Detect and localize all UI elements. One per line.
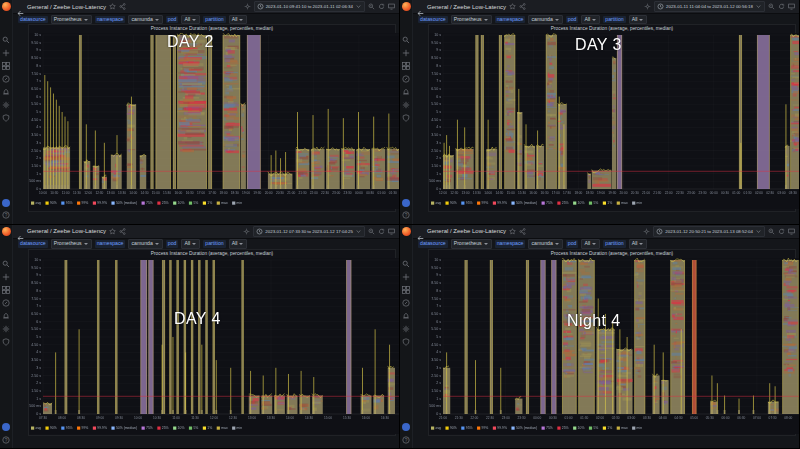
alerting-bell-icon[interactable] [402, 312, 410, 320]
filter-value-pod[interactable]: All [181, 15, 200, 24]
filter-value-pod[interactable]: All [181, 239, 200, 248]
user-avatar[interactable] [2, 199, 10, 207]
user-avatar[interactable] [402, 423, 410, 431]
share-icon[interactable] [119, 228, 126, 235]
create-plus-icon[interactable] [2, 273, 10, 281]
panel-settings-gear-icon[interactable] [644, 3, 651, 10]
dashboards-icon[interactable] [2, 62, 10, 70]
server-admin-shield-icon[interactable] [402, 114, 410, 122]
explore-compass-icon[interactable] [2, 75, 10, 83]
zoom-out-icon[interactable] [768, 228, 775, 235]
explore-compass-icon[interactable] [2, 299, 10, 307]
panel-title[interactable]: Process Instance Duration (average, perc… [29, 25, 395, 33]
filter-value-namespace[interactable]: camunda [528, 239, 562, 248]
help-icon[interactable]: ? [2, 436, 10, 444]
filter-value-partition[interactable]: All [629, 15, 648, 24]
filter-value-datasource[interactable]: Prometheus [51, 239, 92, 248]
refresh-icon[interactable] [778, 3, 785, 10]
favorite-star-icon[interactable] [509, 3, 516, 10]
time-range-picker[interactable]: 2023-01-12 20:50:21 to 2023-01-13 08:52:… [653, 226, 765, 237]
alerting-bell-icon[interactable] [2, 88, 10, 96]
refresh-icon[interactable] [378, 228, 385, 235]
time-range-picker[interactable]: 2023-01-10 09:41:10 to 2023-01-11 02:06:… [254, 1, 365, 12]
server-admin-shield-icon[interactable] [2, 338, 10, 346]
grafana-logo-icon[interactable] [2, 227, 11, 236]
panel-settings-gear-icon[interactable] [243, 228, 250, 235]
filter-value-partition[interactable]: All [229, 239, 248, 248]
configuration-gear-icon[interactable] [402, 101, 410, 109]
user-avatar[interactable] [402, 199, 410, 207]
filter-value-datasource[interactable]: Prometheus [451, 15, 492, 24]
kiosk-monitor-icon[interactable] [388, 3, 395, 10]
breadcrumb[interactable]: General / Zeebe Low-Latency [27, 228, 106, 234]
help-icon[interactable]: ? [402, 436, 410, 444]
configuration-gear-icon[interactable] [402, 325, 410, 333]
explore-compass-icon[interactable] [402, 299, 410, 307]
share-icon[interactable] [119, 3, 126, 10]
duration-chart[interactable] [429, 33, 800, 209]
search-icon[interactable] [402, 36, 410, 44]
kiosk-monitor-icon[interactable] [788, 228, 795, 235]
filter-value-datasource[interactable]: Prometheus [51, 15, 92, 24]
time-range-picker[interactable]: 2023-01-11 11:04:04 to 2023-01-12 00:56:… [654, 1, 765, 12]
filter-value-pod[interactable]: All [581, 15, 600, 24]
grafana-logo-icon[interactable] [402, 2, 411, 11]
search-icon[interactable] [2, 36, 10, 44]
panel-title[interactable]: Process Instance Duration (average, perc… [429, 25, 795, 33]
back-arrow-icon[interactable] [17, 3, 24, 10]
breadcrumb[interactable]: General / Zeebe Low-Latency [427, 228, 506, 234]
filter-value-partition[interactable]: All [629, 239, 648, 248]
panel-title[interactable]: Process Instance Duration (average, perc… [29, 250, 395, 258]
create-plus-icon[interactable] [2, 49, 10, 57]
help-icon[interactable]: ? [402, 211, 410, 219]
kiosk-monitor-icon[interactable] [788, 3, 795, 10]
share-icon[interactable] [519, 228, 526, 235]
dashboards-icon[interactable] [402, 286, 410, 294]
favorite-star-icon[interactable] [509, 228, 516, 235]
breadcrumb[interactable]: General / Zeebe Low-Latency [427, 4, 506, 10]
user-avatar[interactable] [2, 423, 10, 431]
kiosk-monitor-icon[interactable] [388, 228, 395, 235]
filter-value-namespace[interactable]: camunda [128, 239, 162, 248]
panel-title[interactable]: Process Instance Duration (average, perc… [429, 250, 795, 258]
filter-value-namespace[interactable]: camunda [528, 15, 562, 24]
configuration-gear-icon[interactable] [2, 101, 10, 109]
alerting-bell-icon[interactable] [402, 88, 410, 96]
dashboards-icon[interactable] [402, 62, 410, 70]
create-plus-icon[interactable] [402, 273, 410, 281]
search-icon[interactable] [402, 260, 410, 268]
grafana-logo-icon[interactable] [402, 227, 411, 236]
server-admin-shield-icon[interactable] [402, 338, 410, 346]
back-arrow-icon[interactable] [17, 228, 24, 235]
search-icon[interactable] [2, 260, 10, 268]
panel-settings-gear-icon[interactable] [244, 3, 251, 10]
filter-value-datasource[interactable]: Prometheus [451, 239, 492, 248]
time-range-picker[interactable]: 2023-01-12 07:33:30 to 2023-01-12 17:04:… [253, 226, 365, 237]
panel-settings-gear-icon[interactable] [643, 228, 650, 235]
explore-compass-icon[interactable] [402, 75, 410, 83]
refresh-icon[interactable] [378, 3, 385, 10]
breadcrumb[interactable]: General / Zeebe Low-Latency [27, 4, 106, 10]
alerting-bell-icon[interactable] [2, 312, 10, 320]
duration-chart[interactable] [29, 33, 400, 209]
share-icon[interactable] [519, 3, 526, 10]
zoom-out-icon[interactable] [368, 3, 375, 10]
zoom-out-icon[interactable] [368, 228, 375, 235]
create-plus-icon[interactable] [402, 49, 410, 57]
help-icon[interactable]: ? [2, 211, 10, 219]
dashboards-icon[interactable] [2, 286, 10, 294]
refresh-icon[interactable] [778, 228, 785, 235]
favorite-star-icon[interactable] [109, 3, 116, 10]
back-arrow-icon[interactable] [417, 3, 424, 10]
filter-value-namespace[interactable]: camunda [128, 15, 162, 24]
server-admin-shield-icon[interactable] [2, 114, 10, 122]
configuration-gear-icon[interactable] [2, 325, 10, 333]
favorite-star-icon[interactable] [109, 228, 116, 235]
zoom-out-icon[interactable] [768, 3, 775, 10]
back-arrow-icon[interactable] [417, 228, 424, 235]
filter-value-pod[interactable]: All [581, 239, 600, 248]
duration-chart[interactable] [429, 258, 800, 434]
grafana-logo-icon[interactable] [2, 2, 11, 11]
filter-value-partition[interactable]: All [229, 15, 248, 24]
duration-chart[interactable] [29, 258, 400, 434]
